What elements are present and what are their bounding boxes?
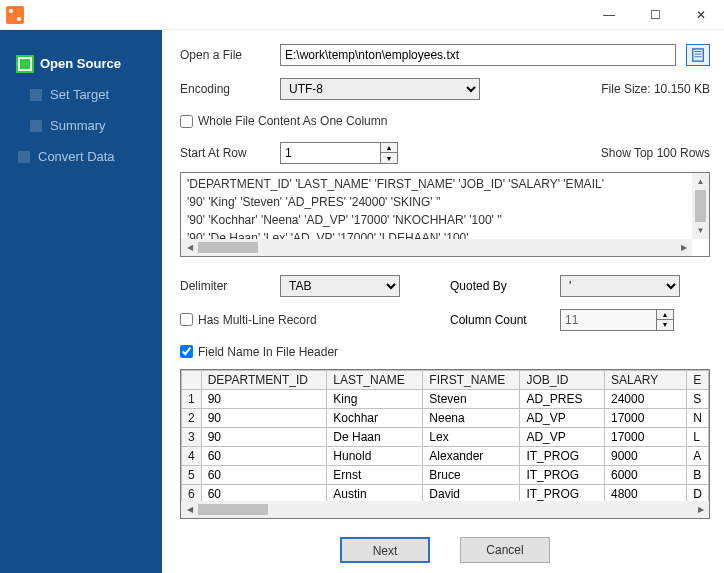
- encoding-select[interactable]: UTF-8: [280, 78, 480, 100]
- grid-horizontal-scrollbar[interactable]: ◀ ▶: [181, 501, 709, 518]
- whole-file-label: Whole File Content As One Column: [198, 114, 387, 128]
- open-file-label: Open a File: [180, 48, 270, 62]
- preview-line: '90' 'King' 'Steven' 'AD_PRES' '24000' '…: [187, 195, 703, 213]
- cell[interactable]: Kochhar: [327, 408, 423, 427]
- cell[interactable]: 90: [201, 408, 327, 427]
- column-header[interactable]: LAST_NAME: [327, 370, 423, 389]
- column-count-label: Column Count: [450, 313, 550, 327]
- scroll-down-icon[interactable]: ▼: [692, 222, 709, 239]
- horizontal-scrollbar[interactable]: ◀ ▶: [181, 239, 692, 256]
- sidebar-item-open-source[interactable]: Open Source: [0, 48, 162, 79]
- cell[interactable]: 24000: [605, 389, 687, 408]
- cell[interactable]: 9000: [605, 446, 687, 465]
- cell[interactable]: 60: [201, 465, 327, 484]
- scroll-left-icon[interactable]: ◀: [181, 501, 198, 518]
- table-row[interactable]: 460HunoldAlexanderIT_PROG9000A: [182, 446, 709, 465]
- cell[interactable]: De Haan: [327, 427, 423, 446]
- scroll-right-icon[interactable]: ▶: [692, 501, 709, 518]
- spin-up-icon[interactable]: ▲: [657, 310, 673, 320]
- file-size-label: File Size: 10.150 KB: [601, 82, 710, 96]
- row-number: 4: [182, 446, 202, 465]
- cell[interactable]: Hunold: [327, 446, 423, 465]
- cell[interactable]: AD_VP: [520, 408, 605, 427]
- browse-file-button[interactable]: [686, 44, 710, 66]
- cell[interactable]: AD_VP: [520, 427, 605, 446]
- scroll-thumb[interactable]: [198, 242, 258, 253]
- next-button[interactable]: Next: [340, 537, 430, 563]
- quoted-by-label: Quoted By: [450, 279, 550, 293]
- preview-line: 'DEPARTMENT_ID' 'LAST_NAME' 'FIRST_NAME'…: [187, 177, 703, 195]
- cell[interactable]: Bruce: [423, 465, 520, 484]
- scroll-thumb[interactable]: [695, 190, 706, 222]
- delimiter-select[interactable]: TAB: [280, 275, 400, 297]
- whole-file-checkbox[interactable]: [180, 115, 193, 128]
- column-header[interactable]: DEPARTMENT_ID: [201, 370, 327, 389]
- grid-corner: [182, 370, 202, 389]
- cell[interactable]: 90: [201, 427, 327, 446]
- sidebar-item-set-target[interactable]: Set Target: [0, 79, 162, 110]
- step-marker-icon: [18, 57, 32, 71]
- cell[interactable]: 90: [201, 389, 327, 408]
- column-header[interactable]: JOB_ID: [520, 370, 605, 389]
- maximize-button[interactable]: ☐: [632, 0, 678, 30]
- spin-down-icon[interactable]: ▼: [657, 320, 673, 330]
- close-button[interactable]: ✕: [678, 0, 724, 30]
- start-at-input[interactable]: [280, 142, 380, 164]
- scroll-right-icon[interactable]: ▶: [675, 239, 692, 256]
- table-row[interactable]: 560ErnstBruceIT_PROG6000B: [182, 465, 709, 484]
- delimiter-label: Delimiter: [180, 279, 270, 293]
- vertical-scrollbar[interactable]: ▲ ▼: [692, 173, 709, 239]
- cell[interactable]: Steven: [423, 389, 520, 408]
- window-controls: — ☐ ✕: [586, 0, 724, 30]
- cell[interactable]: King: [327, 389, 423, 408]
- spin-up-icon[interactable]: ▲: [381, 143, 397, 153]
- cell[interactable]: Neena: [423, 408, 520, 427]
- cell[interactable]: 60: [201, 446, 327, 465]
- cell[interactable]: B: [687, 465, 709, 484]
- scroll-thumb[interactable]: [198, 504, 268, 515]
- cell[interactable]: A: [687, 446, 709, 465]
- column-header[interactable]: SALARY: [605, 370, 687, 389]
- sidebar-item-summary[interactable]: Summary: [0, 110, 162, 141]
- column-header[interactable]: FIRST_NAME: [423, 370, 520, 389]
- cell[interactable]: 17000: [605, 427, 687, 446]
- cell[interactable]: AD_PRES: [520, 389, 605, 408]
- cell[interactable]: Ernst: [327, 465, 423, 484]
- cell[interactable]: IT_PROG: [520, 465, 605, 484]
- table-row[interactable]: 390De HaanLexAD_VP17000L: [182, 427, 709, 446]
- field-name-checkbox-wrap[interactable]: Field Name In File Header: [180, 345, 338, 359]
- cell[interactable]: Alexander: [423, 446, 520, 465]
- sidebar-label: Convert Data: [38, 149, 115, 164]
- whole-file-checkbox-wrap[interactable]: Whole File Content As One Column: [180, 114, 387, 128]
- column-count-input[interactable]: [560, 309, 656, 331]
- cell[interactable]: S: [687, 389, 709, 408]
- sidebar-label: Summary: [50, 118, 106, 133]
- file-path-input[interactable]: [280, 44, 676, 66]
- cell[interactable]: Lex: [423, 427, 520, 446]
- column-count-spinner[interactable]: ▲▼: [560, 309, 674, 331]
- cell[interactable]: N: [687, 408, 709, 427]
- quoted-by-select[interactable]: ': [560, 275, 680, 297]
- preview-line: '90' 'Kochhar' 'Neena' 'AD_VP' '17000' '…: [187, 213, 703, 231]
- table-row[interactable]: 190KingStevenAD_PRES24000S: [182, 389, 709, 408]
- table-row[interactable]: 290KochharNeenaAD_VP17000N: [182, 408, 709, 427]
- scroll-left-icon[interactable]: ◀: [181, 239, 198, 256]
- cell[interactable]: 17000: [605, 408, 687, 427]
- start-at-spinner[interactable]: ▲▼: [280, 142, 398, 164]
- sidebar-item-convert-data[interactable]: Convert Data: [0, 141, 162, 172]
- column-header[interactable]: E: [687, 370, 709, 389]
- cell[interactable]: L: [687, 427, 709, 446]
- multiline-checkbox[interactable]: [180, 313, 193, 326]
- cell[interactable]: IT_PROG: [520, 446, 605, 465]
- scroll-up-icon[interactable]: ▲: [692, 173, 709, 190]
- minimize-button[interactable]: —: [586, 0, 632, 30]
- data-grid: DEPARTMENT_ID LAST_NAME FIRST_NAME JOB_I…: [180, 369, 710, 519]
- svg-rect-0: [693, 49, 704, 61]
- cancel-button[interactable]: Cancel: [460, 537, 550, 563]
- cell[interactable]: 6000: [605, 465, 687, 484]
- field-name-checkbox[interactable]: [180, 345, 193, 358]
- spin-down-icon[interactable]: ▼: [381, 153, 397, 163]
- row-number: 5: [182, 465, 202, 484]
- step-marker-icon: [30, 89, 42, 101]
- multiline-checkbox-wrap[interactable]: Has Multi-Line Record: [180, 313, 317, 327]
